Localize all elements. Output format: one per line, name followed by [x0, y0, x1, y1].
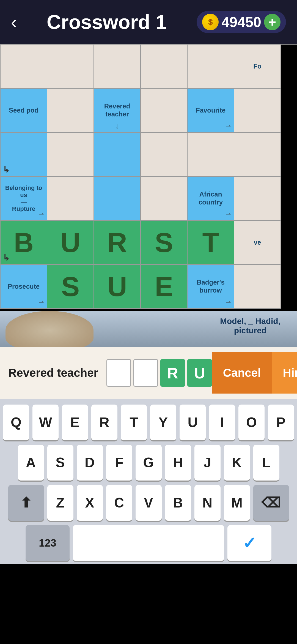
letter-E: E — [155, 271, 173, 302]
cell-5-0-prosecute[interactable]: Prosecute — [1, 265, 47, 309]
cell-2-0[interactable] — [1, 133, 47, 177]
clue-prosecute: Prosecute — [8, 283, 40, 291]
cell-4-5[interactable]: ve — [234, 221, 281, 265]
coin-icon: $ — [202, 14, 219, 30]
key-R[interactable]: R — [91, 405, 117, 440]
cell-1-1[interactable] — [47, 89, 94, 133]
cell-4-0[interactable]: B — [1, 221, 47, 265]
key-Y[interactable]: Y — [150, 405, 176, 440]
letter-R: R — [107, 227, 127, 258]
key-V[interactable]: V — [136, 485, 162, 521]
grid-container: Fo Seed pod Revered teacher Favourite Be… — [0, 44, 297, 309]
page-title: Crossword 1 — [47, 11, 167, 33]
key-H[interactable]: H — [165, 445, 191, 481]
answer-box-2[interactable] — [133, 359, 158, 387]
key-P[interactable]: P — [268, 405, 294, 440]
key-E[interactable]: E — [62, 405, 88, 440]
answer-box-3[interactable]: R — [160, 359, 185, 387]
cell-0-1[interactable] — [47, 45, 94, 89]
cell-0-2[interactable] — [94, 45, 141, 89]
cell-1-3[interactable] — [141, 89, 188, 133]
cell-0-4[interactable] — [188, 45, 234, 89]
cell-5-3[interactable]: E — [141, 265, 188, 309]
answer-box-1[interactable] — [106, 359, 131, 387]
clue-african-country: African country — [189, 190, 233, 206]
cell-5-1[interactable]: S — [47, 265, 94, 309]
key-shift[interactable]: ⬆ — [8, 485, 44, 521]
cell-0-3[interactable] — [141, 45, 188, 89]
crossword-grid: Fo Seed pod Revered teacher Favourite Be… — [0, 44, 297, 311]
key-C[interactable]: C — [106, 485, 132, 521]
cell-1-2-revered[interactable]: Revered teacher — [94, 89, 141, 133]
key-M[interactable]: M — [224, 485, 250, 521]
cell-3-5[interactable] — [234, 177, 281, 221]
cell-3-1[interactable] — [47, 177, 94, 221]
clue-revered-teacher: Revered teacher — [95, 102, 139, 118]
key-B[interactable]: B — [165, 485, 191, 521]
keyboard-row-2: A S D F G H J K L — [3, 445, 294, 481]
keyboard: Q W E R T Y U I O P A S D F G H J K L ⬆ … — [0, 399, 297, 564]
keyboard-row-3: ⬆ Z X C V B N M ⌫ — [3, 485, 294, 521]
cell-2-2[interactable] — [94, 133, 141, 177]
key-confirm[interactable]: ✓ — [227, 525, 271, 561]
clue-belonging: Belonging to us—Rupture — [2, 184, 46, 212]
keyboard-row-4: 123 ✓ — [3, 525, 294, 561]
key-X[interactable]: X — [77, 485, 103, 521]
checkmark-icon: ✓ — [243, 533, 256, 553]
cell-2-1[interactable] — [47, 133, 94, 177]
cell-4-1[interactable]: U — [47, 221, 94, 265]
cell-2-4[interactable] — [188, 133, 234, 177]
hint-button[interactable]: Hint — [272, 352, 297, 394]
key-W[interactable]: W — [32, 405, 59, 440]
add-coins-button[interactable]: + — [264, 14, 280, 30]
key-D[interactable]: D — [77, 445, 103, 481]
key-K[interactable]: K — [224, 445, 250, 481]
cell-0-0[interactable] — [1, 45, 47, 89]
key-S[interactable]: S — [47, 445, 73, 481]
key-N[interactable]: N — [194, 485, 221, 521]
key-I[interactable]: I — [209, 405, 235, 440]
back-button[interactable]: ‹ — [11, 13, 16, 32]
key-A[interactable]: A — [18, 445, 44, 481]
key-L[interactable]: L — [253, 445, 279, 481]
photo-area: Model, _ Hadid, pictured — [0, 311, 297, 347]
key-backspace[interactable]: ⌫ — [253, 485, 289, 521]
answer-bar: Revered teacher R U Cancel Hint Okay — [0, 347, 297, 399]
cell-2-3[interactable] — [141, 133, 188, 177]
answer-boxes: R U — [106, 359, 212, 387]
clue-seed-pod: Seed pod — [9, 107, 38, 114]
key-F[interactable]: F — [106, 445, 132, 481]
key-T[interactable]: T — [121, 405, 147, 440]
key-G[interactable]: G — [136, 445, 162, 481]
cell-4-2[interactable]: R — [94, 221, 141, 265]
clue-favourite: Favourite — [196, 107, 226, 114]
cell-5-5[interactable] — [234, 265, 281, 309]
coins-amount: 49450 — [221, 14, 261, 30]
key-J[interactable]: J — [194, 445, 221, 481]
letter-U: U — [61, 227, 80, 258]
key-U[interactable]: U — [180, 405, 206, 440]
cell-4-4[interactable]: T — [188, 221, 234, 265]
top-bar: ‹ Crossword 1 $ 49450 + — [0, 0, 297, 44]
key-Z[interactable]: Z — [47, 485, 73, 521]
key-O[interactable]: O — [238, 405, 265, 440]
cell-3-2[interactable] — [94, 177, 141, 221]
key-spacebar[interactable] — [73, 525, 224, 561]
key-numeric[interactable]: 123 — [26, 525, 70, 561]
cell-3-4-african[interactable]: African country — [188, 177, 234, 221]
cell-5-4-badger[interactable]: Badger's burrow — [188, 265, 234, 309]
cell-4-3[interactable]: S — [141, 221, 188, 265]
cell-1-0[interactable]: Seed pod — [1, 89, 47, 133]
cell-2-5[interactable] — [234, 133, 281, 177]
cancel-button[interactable]: Cancel — [212, 352, 272, 394]
photo-blob — [6, 311, 94, 347]
answer-clue-text: Revered teacher — [8, 366, 98, 380]
cell-3-0-belonging[interactable]: Belonging to us—Rupture — [1, 177, 47, 221]
cell-1-5[interactable] — [234, 89, 281, 133]
cell-3-3[interactable] — [141, 177, 188, 221]
answer-box-4[interactable]: U — [187, 359, 212, 387]
cell-5-2[interactable]: U — [94, 265, 141, 309]
cell-1-4-favourite[interactable]: Favourite — [188, 89, 234, 133]
cell-0-5[interactable]: Fo — [234, 45, 281, 89]
key-Q[interactable]: Q — [3, 405, 29, 440]
